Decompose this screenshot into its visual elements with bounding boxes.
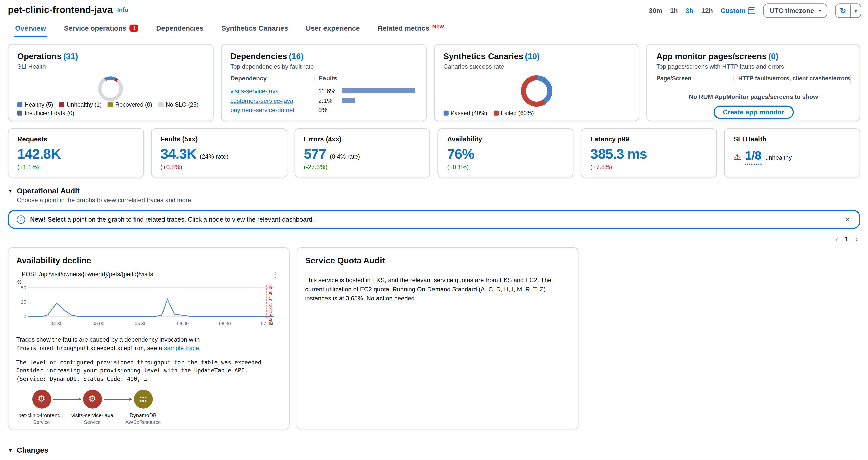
service-node-circle[interactable]: ⚙ <box>32 390 51 409</box>
availability-chart[interactable]: % 0255004:3005:0005:3006:0006:3007:00202… <box>16 280 281 331</box>
tab-user-experience[interactable]: User experience <box>305 25 361 37</box>
dependency-link[interactable]: visits-service-java <box>230 87 314 94</box>
fault-rate-value: 0% <box>314 106 342 113</box>
availability-decline-card: Availability decline POST /api/visit/own… <box>8 247 289 429</box>
refresh-button[interactable]: ↻ <box>836 6 850 15</box>
chevron-down-icon: ▾ <box>855 8 857 14</box>
card-count[interactable]: (16) <box>288 51 303 61</box>
tab-related-metrics[interactable]: Related metricsNew <box>376 23 445 37</box>
metric-trend: (+1.1%) <box>17 164 134 170</box>
tab-badge: 1 <box>130 25 138 32</box>
x-axis-tick: 05:00 <box>91 320 106 326</box>
service-map: ⚙ pet-clinic-frontend... Service ⚙ visit… <box>16 390 281 429</box>
table-row: visits-service-java 11.6% <box>230 86 417 95</box>
metric-title: Errors (4xx) <box>304 135 421 143</box>
time-range-12h[interactable]: 12h <box>701 7 713 15</box>
tab-label: Synthetics Canaries <box>221 25 288 32</box>
requests-metric-card: Requests 142.8K (+1.1%) <box>8 128 144 177</box>
warning-icon: ⚠ <box>734 152 741 162</box>
legend-swatch <box>17 110 22 115</box>
tab-service-operations[interactable]: Service operations1 <box>63 25 140 37</box>
y-axis-tick: 25 <box>16 299 26 305</box>
card-count[interactable]: (31) <box>63 51 78 61</box>
calendar-icon <box>748 7 756 14</box>
chart-series-label: POST /api/visit/owners/{ownerId}/pets/{p… <box>22 271 153 278</box>
tab-dependencies[interactable]: Dependencies <box>155 25 205 37</box>
metric-trend: (+7.8%) <box>590 164 708 170</box>
fault-rate-value: 2.1% <box>314 97 342 104</box>
custom-range-button[interactable]: Custom <box>720 7 755 15</box>
faults-metric-card: Faults (5xx) 34.3K(24% rate) (+0.8%) <box>151 128 287 177</box>
tab-overview[interactable]: Overview <box>14 25 47 37</box>
dependencies-table-header: Dependency Faults <box>230 75 417 84</box>
card-subtitle: SLI Health <box>17 63 204 70</box>
operational-audit-toggle[interactable]: ▼ Operational Audit <box>8 186 860 195</box>
time-range-30m[interactable]: 30m <box>649 7 662 15</box>
time-range-3h[interactable]: 3h <box>686 7 693 15</box>
section-title: Operational Audit <box>17 186 80 195</box>
close-icon[interactable]: × <box>844 215 851 224</box>
chevron-down-icon: ▾ <box>818 8 821 13</box>
card-header: Synthetics Canaries(10) <box>443 51 630 61</box>
alert-text: New!Select a point on the graph to find … <box>30 216 839 223</box>
create-app-monitor-button[interactable]: Create app monitor <box>713 106 794 119</box>
info-link[interactable]: Info <box>117 6 128 13</box>
metric-value-row: 577(0.4% rate) <box>304 146 421 162</box>
tab-label: Dependencies <box>156 25 204 32</box>
info-alert: New!Select a point on the graph to find … <box>8 210 860 229</box>
timezone-dropdown[interactable]: UTC timezone ▾ <box>763 3 827 18</box>
sli-health-donut[interactable] <box>98 77 123 101</box>
node-name: pet-clinic-frontend... <box>16 412 67 418</box>
tab-synthetics-canaries[interactable]: Synthetics Canaries <box>220 25 289 37</box>
metric-value: 385.3 ms <box>590 146 647 162</box>
card-count[interactable]: (0) <box>768 51 778 61</box>
availability-metric-card: Availability 76% (+0.1%) <box>437 128 574 177</box>
metric-value: 76% <box>447 146 474 162</box>
finding-prefix: Traces show the faults are caused by a d… <box>16 336 200 343</box>
metric-trend: (+0.8%) <box>160 164 278 170</box>
service-node-circle[interactable]: ⚙ <box>83 390 102 409</box>
canaries-donut[interactable] <box>521 76 552 107</box>
tab-label: Service operations <box>64 25 126 32</box>
card-subtitle: Top dependencies by fault rate <box>230 63 417 70</box>
new-flag: New <box>432 23 444 29</box>
resource-node-circle[interactable] <box>134 390 153 409</box>
legend-label: No SLO (25) <box>165 101 198 108</box>
card-subtitle: Canaries success rate <box>443 63 630 70</box>
page-number[interactable]: 1 <box>845 235 849 243</box>
latency-metric-card: Latency p99 385.3 ms (+7.8%) <box>581 128 717 177</box>
refresh-icon: ↻ <box>840 6 846 15</box>
sample-trace-link[interactable]: sample trace <box>164 345 199 351</box>
legend-swatch <box>494 110 499 115</box>
card-header: Operations(31) <box>17 51 204 61</box>
summary-cards-row: Operations(31) SLI Health Healthy (5) Un… <box>8 44 860 121</box>
legend-item: Unhealthy (1) <box>59 101 102 108</box>
refresh-options-button[interactable]: ▾ <box>851 7 861 15</box>
audit-cards-row: Availability decline POST /api/visit/own… <box>8 247 860 429</box>
service-node: ⚙ pet-clinic-frontend... Service <box>16 390 67 429</box>
dependency-link[interactable]: payment-service-dotnet <box>230 106 314 113</box>
empty-state-text: No RUM AppMonitor pages/screens to show <box>656 93 851 100</box>
card-count[interactable]: (10) <box>525 51 540 61</box>
table-row: payment-service-dotnet 0% <box>230 105 417 115</box>
kebab-menu-icon[interactable]: ⋮ <box>269 271 281 279</box>
section-description: Choose a point in the graphs to view cor… <box>17 197 860 203</box>
metric-title: Availability <box>447 135 564 143</box>
table-row: customers-service-java 2.1% <box>230 95 417 105</box>
column-header-http-faults: HTTP faults/errors, client crashes/error… <box>733 75 850 82</box>
y-axis-unit-label: % <box>17 279 22 285</box>
dependency-link[interactable]: customers-service-java <box>230 97 314 104</box>
node-name: DynamoDB <box>118 412 168 418</box>
sli-health-value[interactable]: 1/8 <box>745 149 762 165</box>
operations-card: Operations(31) SLI Health Healthy (5) Un… <box>8 44 214 121</box>
tab-label: User experience <box>306 25 360 32</box>
card-title: Synthetics Canaries <box>443 51 523 61</box>
metric-title: Latency p99 <box>590 135 708 143</box>
previous-page-icon[interactable]: ‹ <box>836 234 838 243</box>
next-page-icon[interactable]: › <box>856 234 858 243</box>
metric-value: 577 <box>304 146 326 162</box>
metric-value-row: 34.3K(24% rate) <box>160 146 278 162</box>
legend-label: Healthy (5) <box>25 101 53 108</box>
changes-toggle[interactable]: ▼ Changes <box>8 446 860 455</box>
time-range-1h[interactable]: 1h <box>670 7 678 15</box>
